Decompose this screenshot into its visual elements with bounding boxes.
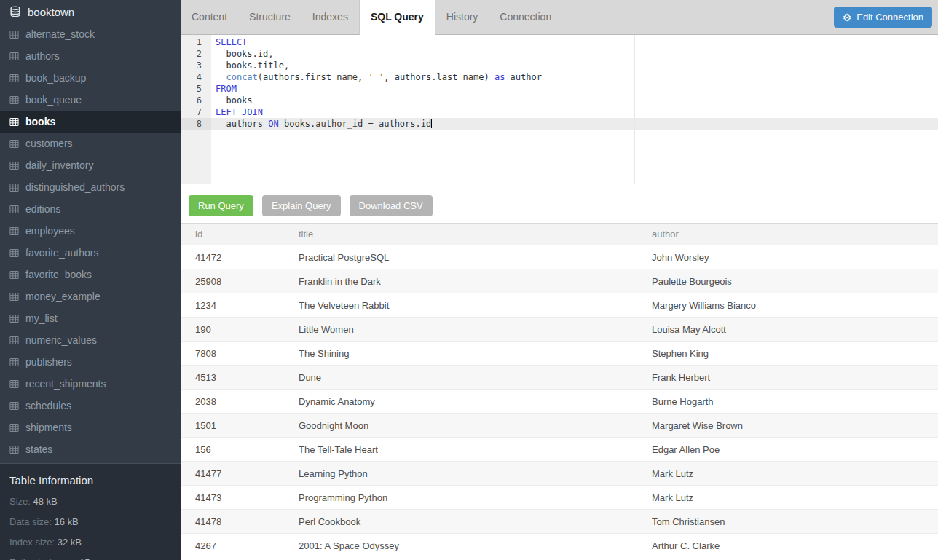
sidebar: booktown alternate_stockauthorsbook_back… <box>0 0 181 560</box>
table-grid-icon <box>9 74 19 83</box>
table-grid-icon <box>9 292 19 301</box>
code-line: books.title, <box>211 60 938 71</box>
code-token <box>216 72 226 82</box>
cell-id: 25908 <box>181 269 299 293</box>
sidebar-item-daily-inventory[interactable]: daily_inventory <box>0 154 181 176</box>
cell-title: Programming Python <box>299 486 652 510</box>
edit-connection-button[interactable]: ⚙ Edit Connection <box>834 7 932 28</box>
cell-author: Edgar Allen Poe <box>652 438 938 462</box>
sidebar-item-states[interactable]: states <box>0 438 181 460</box>
cell-id: 4513 <box>181 366 299 390</box>
cell-id: 190 <box>181 318 299 342</box>
sidebar-item-employees[interactable]: employees <box>0 220 181 242</box>
sidebar-item-label: my_list <box>25 312 58 324</box>
code-token: ON <box>268 119 278 129</box>
sidebar-item-label: employees <box>25 225 75 237</box>
sidebar-item-shipments[interactable]: shipments <box>0 417 181 438</box>
table-grid-icon <box>9 30 19 39</box>
sidebar-item-distinguished-authors[interactable]: distinguished_authors <box>0 176 181 198</box>
sidebar-item-label: authors <box>25 50 60 62</box>
info-value: 32 kB <box>58 537 82 548</box>
cell-title: Goodnight Moon <box>299 414 652 438</box>
sidebar-item-label: states <box>25 443 52 455</box>
cell-author: Mark Lutz <box>652 462 938 486</box>
sidebar-item-my-list[interactable]: my_list <box>0 307 181 329</box>
sidebar-item-label: alternate_stock <box>25 28 95 40</box>
code-token: , authors.last_name) <box>384 72 494 82</box>
sidebar-item-favorite-authors[interactable]: favorite_authors <box>0 242 181 264</box>
line-number: 8 <box>181 118 211 130</box>
code-line: books.id, <box>211 48 938 60</box>
sidebar-item-recent-shipments[interactable]: recent_shipments <box>0 373 181 395</box>
table-row: 7808The ShiningStephen King <box>181 342 938 366</box>
tab-history[interactable]: History <box>436 0 489 34</box>
cell-title: Dune <box>299 366 652 390</box>
results-table: idtitleauthor 41472Practical PostgreSQLJ… <box>181 223 938 558</box>
cell-title: The Tell-Tale Heart <box>299 438 652 462</box>
sidebar-item-editions[interactable]: editions <box>0 198 181 220</box>
cell-id: 1234 <box>181 293 299 318</box>
cell-author: Frank Herbert <box>652 366 938 390</box>
sidebar-item-label: daily_inventory <box>25 159 93 171</box>
table-grid-icon <box>9 270 19 280</box>
info-value: 16 kB <box>54 516 78 527</box>
sidebar-item-alternate-stock[interactable]: alternate_stock <box>0 23 181 45</box>
sidebar-item-money-example[interactable]: money_example <box>0 285 181 307</box>
cell-id: 41477 <box>181 462 299 486</box>
table-grid-icon <box>9 336 19 345</box>
sidebar-item-label: editions <box>25 203 60 215</box>
code-line: books <box>211 95 938 106</box>
code-token: FROM <box>216 84 237 94</box>
cell-author: Arthur C. Clarke <box>652 534 938 558</box>
code-line: SELECT <box>211 36 938 48</box>
sidebar-item-books[interactable]: books <box>0 111 181 133</box>
tab-connection[interactable]: Connection <box>489 0 562 34</box>
sidebar-item-schedules[interactable]: schedules <box>0 395 181 417</box>
sidebar-item-publishers[interactable]: publishers <box>0 351 181 373</box>
line-number: 4 <box>181 71 211 83</box>
sidebar-item-favorite-books[interactable]: favorite_books <box>0 264 181 285</box>
tab-structure[interactable]: Structure <box>238 0 302 34</box>
table-row: 4513DuneFrank Herbert <box>181 366 938 390</box>
explain-query-button[interactable]: Explain Query <box>262 195 341 216</box>
sidebar-item-customers[interactable]: customers <box>0 133 181 154</box>
sql-editor[interactable]: 12345678 SELECT books.id, books.title, c… <box>181 35 938 184</box>
tab-sql-query[interactable]: SQL Query <box>359 0 436 35</box>
table-row: 156The Tell-Tale HeartEdgar Allen Poe <box>181 438 938 462</box>
download-csv-button[interactable]: Download CSV <box>350 195 433 216</box>
column-header-author[interactable]: author <box>652 224 938 245</box>
sidebar-item-numeric-values[interactable]: numeric_values <box>0 329 181 351</box>
info-label: Index size: <box>9 537 55 548</box>
cell-author: Stephen King <box>652 342 938 366</box>
sidebar-item-book-backup[interactable]: book_backup <box>0 67 181 89</box>
line-number: 5 <box>181 83 211 95</box>
code-token: authors <box>216 119 268 129</box>
query-toolbar: Run Query Explain Query Download CSV <box>181 184 938 216</box>
column-header-title[interactable]: title <box>299 224 652 245</box>
text-cursor <box>431 119 432 128</box>
run-query-button[interactable]: Run Query <box>189 195 253 216</box>
cell-id: 156 <box>181 438 299 462</box>
sidebar-item-label: favorite_authors <box>25 247 98 259</box>
table-grid-icon <box>9 139 19 149</box>
table-row: 25908Franklin in the DarkPaulette Bourge… <box>181 269 938 293</box>
table-row: 42672001: A Space OdysseyArthur C. Clark… <box>181 534 938 558</box>
column-header-id[interactable]: id <box>181 224 299 245</box>
editor-code-area: SELECT books.id, books.title, concat(aut… <box>211 35 938 184</box>
sidebar-item-label: favorite_books <box>25 269 92 280</box>
code-token: ' ' <box>368 72 385 82</box>
tab-bar-tabs: ContentStructureIndexesSQL QueryHistoryC… <box>181 0 562 34</box>
code-token: concat <box>226 72 257 82</box>
code-line: FROM <box>211 83 938 95</box>
cell-id: 7808 <box>181 342 299 366</box>
sidebar-item-label: schedules <box>25 400 71 411</box>
sidebar-item-authors[interactable]: authors <box>0 45 181 67</box>
table-row: 41472Practical PostgreSQLJohn Worsley <box>181 245 938 269</box>
editor-gutter: 12345678 <box>181 35 211 184</box>
tab-indexes[interactable]: Indexes <box>302 0 359 34</box>
sidebar-item-book-queue[interactable]: book_queue <box>0 89 181 111</box>
table-row: 2038Dynamic AnatomyBurne Hogarth <box>181 390 938 414</box>
line-number: 2 <box>181 48 211 60</box>
table-grid-icon <box>9 358 19 367</box>
tab-content[interactable]: Content <box>181 0 238 34</box>
